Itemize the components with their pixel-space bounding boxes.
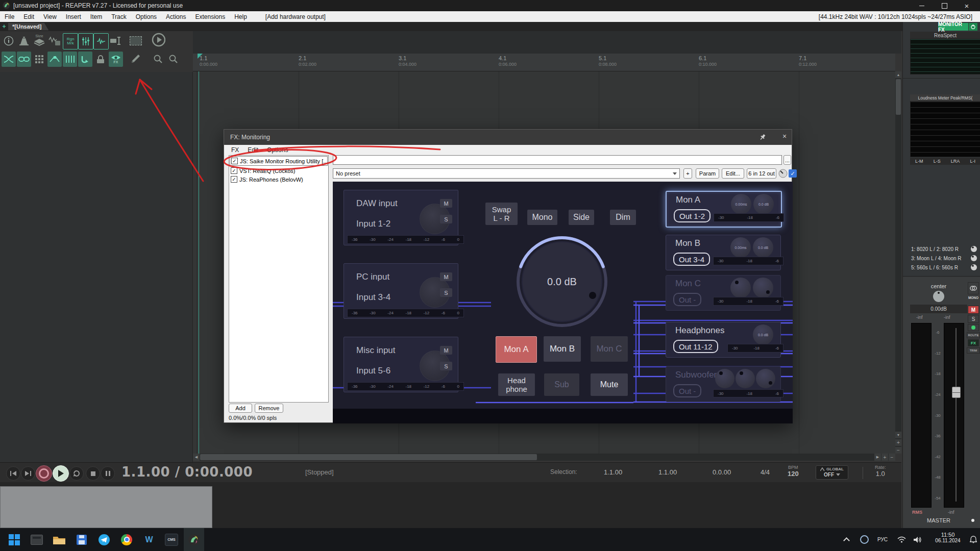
- maximize-button[interactable]: [933, 0, 955, 11]
- io-button[interactable]: 6 in 12 out: [747, 168, 776, 179]
- wave-edit-button[interactable]: [47, 33, 62, 48]
- go-to-start-button[interactable]: [6, 466, 20, 481]
- fx-list-item-selected[interactable]: ✓ JS: Saike Monitor Routing Utility [...: [230, 156, 328, 166]
- stereo-mode-button[interactable]: [968, 282, 979, 294]
- scroll-down-button[interactable]: ▼: [895, 432, 901, 438]
- fx-active-checkbox[interactable]: ✓: [789, 169, 797, 178]
- repeat-button[interactable]: [69, 466, 84, 481]
- fx-enabled-checkbox[interactable]: ✓: [231, 167, 237, 174]
- menu-view[interactable]: View: [39, 11, 61, 22]
- marquee-select-button[interactable]: [129, 33, 143, 48]
- fx-visibility-button[interactable]: FX: [109, 52, 123, 67]
- menu-track[interactable]: Track: [107, 11, 131, 22]
- selection-start[interactable]: 1.1.00: [604, 468, 622, 476]
- tray-clock[interactable]: 11:50 06.11.2024: [930, 532, 966, 543]
- taskbar-cms-app[interactable]: CMS: [161, 528, 182, 551]
- menu-edit[interactable]: Edit: [19, 11, 39, 22]
- menu-file[interactable]: File: [0, 11, 19, 22]
- route-knob-icon[interactable]: [970, 245, 977, 253]
- hzoom-out-button[interactable]: −: [889, 454, 895, 461]
- selection-end[interactable]: 1.1.00: [658, 468, 677, 476]
- menu-item[interactable]: Item: [86, 11, 107, 22]
- preset-dropdown[interactable]: No preset: [333, 168, 680, 179]
- master-solo-button[interactable]: S: [968, 315, 979, 323]
- tray-notifications-button[interactable]: [967, 528, 980, 551]
- hscroll-thumb[interactable]: [200, 454, 537, 460]
- route-knob-icon[interactable]: [970, 255, 977, 262]
- monitor-fx-power-button[interactable]: [969, 23, 977, 31]
- headphone-button[interactable]: Headphone: [498, 373, 535, 396]
- master-trim-button[interactable]: TRIM: [967, 347, 980, 354]
- undo-history-button[interactable]: [78, 52, 92, 67]
- vzoom-out-button[interactable]: −: [895, 447, 901, 454]
- preset-save-button[interactable]: +: [683, 168, 692, 179]
- delay-knob[interactable]: [736, 369, 755, 388]
- envelope-point-button[interactable]: [47, 52, 62, 67]
- delay-knob[interactable]: 0.00ms: [730, 237, 751, 258]
- mute-button[interactable]: M: [440, 199, 452, 208]
- mono-button[interactable]: Mono: [527, 210, 557, 225]
- taskbar-save-app[interactable]: [71, 528, 92, 551]
- dim-button[interactable]: Dim: [610, 210, 636, 225]
- fx-menu-options[interactable]: Options: [267, 146, 288, 154]
- delay-knob[interactable]: 0.00ms: [731, 194, 751, 214]
- fx-remove-button[interactable]: Remove: [255, 404, 283, 413]
- scroll-right-button[interactable]: ▶: [874, 454, 881, 461]
- delay-knob[interactable]: [730, 278, 751, 298]
- menu-insert[interactable]: Insert: [61, 11, 86, 22]
- grid-dots-button[interactable]: [32, 52, 46, 67]
- gain-knob[interactable]: [756, 369, 775, 388]
- zoom-out-tool-button[interactable]: [166, 52, 181, 67]
- master-mute-button[interactable]: M: [968, 306, 979, 314]
- output-channel-pill[interactable]: Out -: [673, 384, 701, 397]
- master-fx-button[interactable]: FX: [968, 339, 979, 346]
- monitor-fx-badge[interactable]: MONITOR FX: [938, 23, 968, 31]
- new-project-tab-button[interactable]: +: [0, 23, 8, 30]
- lock-button[interactable]: [93, 52, 108, 67]
- tray-volume[interactable]: [911, 528, 925, 551]
- hzoom-in-button[interactable]: +: [881, 454, 888, 461]
- swap-lr-button[interactable]: SwapL - R: [485, 203, 518, 225]
- menu-actions[interactable]: Actions: [161, 11, 190, 22]
- mute-button[interactable]: M: [440, 272, 452, 281]
- track-panel-empty[interactable]: [0, 72, 193, 462]
- taskbar-app-dark[interactable]: [27, 528, 47, 551]
- size-layers-button[interactable]: Size: [32, 32, 46, 47]
- tray-app-icon[interactable]: [857, 528, 871, 551]
- loudness-meter-header[interactable]: Loudness Meter Peak/RMS(: [910, 94, 980, 101]
- menu-options[interactable]: Options: [131, 11, 161, 22]
- reaspect-header[interactable]: ReaSpect: [910, 32, 980, 39]
- wet-dry-knob[interactable]: [778, 169, 788, 178]
- monitor-tool-button[interactable]: [17, 33, 31, 48]
- pause-button[interactable]: [101, 466, 115, 481]
- transport-position[interactable]: 1.1.00 / 0:00.000: [121, 464, 253, 480]
- go-to-end-button[interactable]: [21, 466, 35, 481]
- master-fader-handle[interactable]: [952, 387, 961, 398]
- menu-extensions[interactable]: Extensions: [190, 11, 230, 22]
- taskbar-w-app[interactable]: W: [139, 528, 159, 551]
- stop-button[interactable]: [86, 466, 100, 481]
- output-mon-a[interactable]: Mon A Out 1-2 0.00ms 0.0 dB -30-18-6: [666, 191, 782, 228]
- play-tool-button[interactable]: [151, 32, 165, 47]
- master-volume-readout[interactable]: 0.00dB: [910, 305, 967, 313]
- fx-comment-field[interactable]: [333, 155, 782, 165]
- add-hardware-output-button[interactable]: [Add hardware output]: [261, 11, 330, 22]
- menu-help[interactable]: Help: [230, 11, 252, 22]
- grid-lines-button[interactable]: [63, 52, 77, 67]
- scroll-up-button[interactable]: ▲: [895, 71, 901, 78]
- start-button[interactable]: [4, 528, 24, 551]
- rate-control[interactable]: Rate: 1.0: [875, 465, 886, 478]
- pan-knob[interactable]: [933, 290, 945, 303]
- close-button[interactable]: ×: [955, 0, 978, 11]
- crossover-knob[interactable]: [715, 369, 734, 388]
- solo-button[interactable]: S: [440, 288, 452, 297]
- taskbar-file-explorer[interactable]: [49, 528, 69, 551]
- param-button[interactable]: Param: [696, 168, 719, 179]
- side-button[interactable]: Side: [569, 210, 594, 225]
- fx-window-close-button[interactable]: ×: [782, 132, 787, 140]
- tray-show-hidden-button[interactable]: [840, 528, 853, 551]
- fx-window-titlebar[interactable]: FX: Monitoring ×: [224, 130, 792, 145]
- info-tool-button[interactable]: [2, 33, 16, 48]
- pin-icon[interactable]: [759, 134, 766, 141]
- taskbar-chrome[interactable]: [116, 528, 137, 551]
